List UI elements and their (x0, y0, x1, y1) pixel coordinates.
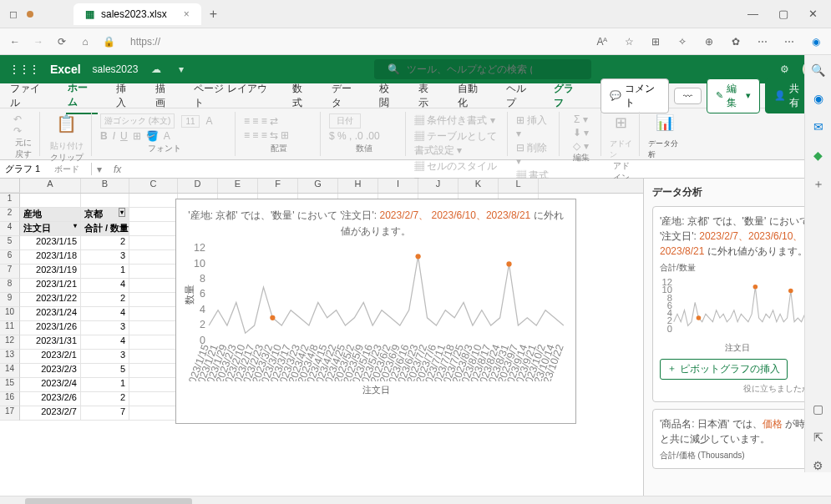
tab-help[interactable]: ヘルプ (504, 78, 536, 113)
cell[interactable] (129, 279, 178, 293)
search-input[interactable] (407, 63, 532, 75)
fx-icon[interactable]: fx (107, 164, 128, 175)
cell[interactable] (81, 194, 129, 208)
redo-icon[interactable]: ↷ (13, 125, 22, 137)
tab-formulas[interactable]: 数式 (291, 78, 313, 113)
tab-view[interactable]: 表示 (417, 78, 439, 113)
edge-outlook-icon[interactable]: ✉ (813, 120, 823, 134)
catchup-button[interactable]: 〰 (674, 88, 702, 104)
tab-automate[interactable]: 自動化 (456, 78, 488, 113)
align-icons-2[interactable]: ≡ ≡ ≡ ⇆ ⊞ (244, 129, 289, 141)
cell[interactable]: 2023/2/4 (20, 378, 81, 392)
tab-draw[interactable]: 描画 (154, 78, 176, 113)
cell[interactable] (129, 364, 178, 378)
maximize-icon[interactable]: ▢ (778, 8, 788, 20)
embedded-chart[interactable]: '産地: 京都' では、'数量' において '注文日': 2023/2/7、 2… (175, 199, 576, 424)
cell[interactable]: 2 (81, 392, 129, 406)
col-header[interactable]: C (129, 179, 178, 193)
copilot-icon[interactable]: ◉ (809, 35, 823, 48)
name-box[interactable]: グラフ 1 (0, 163, 92, 175)
border-icon[interactable]: ⊞ (133, 130, 141, 142)
app-launcher-icon[interactable]: ⋮⋮⋮ (8, 63, 38, 76)
settings-icon[interactable]: ⚙ (778, 63, 791, 76)
cell[interactable]: 4 (81, 335, 129, 350)
insert-cells-button[interactable]: ⊞ 挿入 ▾ (516, 113, 552, 139)
insert-pivot-chart-button[interactable]: ＋ ピボットグラフの挿入 (660, 359, 788, 380)
cell[interactable] (129, 406, 178, 421)
cell[interactable]: 2023/1/31 (20, 335, 81, 350)
cell[interactable]: 3 (81, 350, 129, 364)
cell[interactable]: 合計 / 数量 (81, 222, 129, 236)
undo-icon[interactable]: ↶ (13, 113, 22, 125)
col-header[interactable]: G (298, 179, 338, 193)
profile-icon[interactable]: ◻ (7, 8, 20, 21)
chevron-down-icon[interactable]: ▾ (175, 63, 188, 76)
more-icon[interactable]: ⋯ (783, 35, 796, 48)
cell[interactable]: 2 (81, 293, 129, 307)
col-header[interactable]: J (418, 179, 459, 193)
tab-page-layout[interactable]: ページ レイアウト (192, 78, 274, 113)
horizontal-scrollbar[interactable] (0, 496, 831, 504)
cell[interactable]: 2 (81, 236, 129, 250)
analyze-icon[interactable]: 📊 (656, 113, 674, 132)
cell[interactable] (129, 378, 178, 392)
cell[interactable]: 2023/2/1 (20, 350, 81, 364)
cell[interactable]: 3 (81, 321, 129, 335)
col-header[interactable]: E (218, 179, 258, 193)
back-icon[interactable]: ← (8, 35, 22, 48)
refresh-icon[interactable]: ⟳ (55, 35, 68, 48)
cell[interactable]: 京都 ▾ (81, 208, 129, 222)
cell[interactable] (129, 222, 178, 236)
tab-chart[interactable]: グラフ (552, 78, 584, 113)
insight-card-outliers[interactable]: '産地: 京都' では、'数量' において '注文日': 2023/2/7、20… (652, 206, 823, 402)
col-header[interactable]: L (499, 179, 539, 193)
format-as-table-button[interactable]: ▦ テーブルとして書式設定 ▾ (414, 129, 500, 158)
italic-icon[interactable]: I (113, 130, 115, 142)
edge-search-icon[interactable]: 🔍 (811, 63, 825, 77)
spreadsheet-grid[interactable]: ABCDEFGHIJKL 12産地京都 ▾4注文日 ▾合計 / 数量52023/… (0, 179, 643, 496)
col-header[interactable]: D (178, 179, 218, 193)
cell[interactable]: 2023/1/26 (20, 321, 81, 335)
insight-card-trend[interactable]: '商品名: 日本酒' では、価格 が時間と共に減少しています。 合計/価格 (T… (652, 409, 823, 469)
cell[interactable]: 2023/2/6 (20, 392, 81, 406)
addins-icon[interactable]: ⊞ (615, 113, 627, 132)
comments-button[interactable]: 💬 コメント (600, 78, 668, 113)
cell[interactable]: 産地 (20, 208, 81, 222)
currency-icon[interactable]: $ % , .0 .00 (329, 130, 380, 142)
cell[interactable]: 2023/2/3 (20, 364, 81, 378)
col-header[interactable]: B (81, 179, 129, 193)
cell[interactable] (129, 392, 178, 406)
paste-icon[interactable]: 📋 (56, 113, 77, 134)
clear-icon[interactable]: ◇ ▾ (573, 140, 588, 152)
edge-game-icon[interactable]: ◆ (813, 149, 823, 162)
grow-font-icon[interactable]: A (206, 115, 213, 127)
edge-plus-icon[interactable]: ＋ (813, 177, 824, 192)
cell[interactable]: 2023/1/22 (20, 293, 81, 307)
document-name[interactable]: sales2023 (93, 63, 139, 75)
cell[interactable] (20, 194, 81, 208)
cell[interactable] (129, 208, 178, 222)
new-tab-button[interactable]: + (210, 7, 217, 22)
namebox-dropdown-icon[interactable]: ▾ (92, 164, 107, 175)
extensions-icon[interactable]: ✿ (729, 35, 742, 48)
close-icon[interactable]: ✕ (808, 8, 818, 20)
browser-tab[interactable]: ▦ sales2023.xlsx × (73, 3, 201, 25)
favorites-icon[interactable]: ✧ (676, 35, 689, 48)
cell[interactable] (129, 350, 178, 364)
fill-icon[interactable]: ⬇ ▾ (573, 127, 589, 139)
cell[interactable]: 7 (81, 406, 129, 421)
cell[interactable]: 注文日 ▾ (20, 222, 81, 236)
number-format-select[interactable]: 日付 (329, 113, 361, 129)
cell[interactable]: 1 (81, 378, 129, 392)
cell[interactable] (129, 194, 178, 208)
cell[interactable]: 5 (81, 364, 129, 378)
cell[interactable] (129, 321, 178, 335)
cell[interactable]: 2023/2/7 (20, 406, 81, 421)
cell[interactable]: 4 (81, 279, 129, 293)
collections-icon[interactable]: ⊕ (702, 35, 716, 48)
cell[interactable]: 2023/1/24 (20, 307, 81, 321)
edge-copilot-icon[interactable]: ◉ (813, 92, 823, 105)
cell[interactable]: 2023/1/15 (20, 236, 81, 250)
col-header[interactable]: H (338, 179, 378, 193)
cell[interactable] (129, 335, 178, 350)
